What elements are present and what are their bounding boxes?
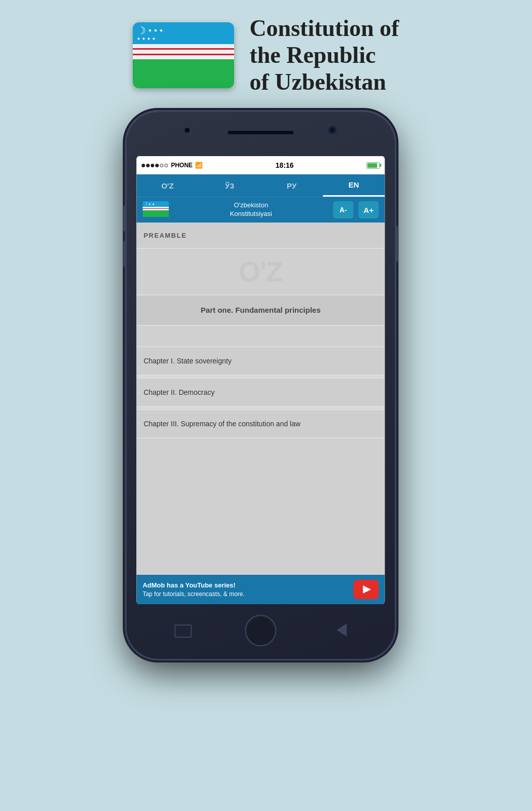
carrier-label: PHONE bbox=[171, 162, 193, 169]
font-increase-button[interactable]: A+ bbox=[358, 201, 378, 218]
signal-dot-4 bbox=[155, 164, 159, 167]
wifi-icon: 📶 bbox=[195, 162, 203, 169]
chapter-1-item[interactable]: Chapter I. State sovereignty bbox=[136, 347, 385, 375]
signal-dot-6 bbox=[164, 164, 168, 167]
spacer-1: O'Z bbox=[136, 249, 385, 294]
phone-speaker bbox=[227, 131, 293, 134]
chapter-1-label: Chapter I. State sovereignty bbox=[143, 357, 232, 365]
nav-recent-button[interactable] bbox=[174, 624, 192, 638]
spacer-4 bbox=[136, 407, 385, 409]
power-button[interactable] bbox=[395, 226, 398, 262]
ad-line1: AdMob has a YouTube series! bbox=[142, 581, 348, 590]
battery-icon bbox=[366, 162, 379, 169]
chapter-3-label: Chapter III. Supremacy of the constituti… bbox=[143, 420, 300, 428]
tab-oz[interactable]: O'Z bbox=[136, 174, 199, 197]
chapter-2-label: Chapter II. Democracy bbox=[143, 388, 214, 396]
font-decrease-button[interactable]: A- bbox=[333, 201, 353, 218]
signal-dot-1 bbox=[141, 164, 145, 167]
battery-cap bbox=[379, 164, 381, 167]
sub-header-title: O'zbekistonKonstitutsiyasi bbox=[174, 201, 328, 218]
nav-back-button[interactable] bbox=[336, 623, 347, 637]
signal-dot-2 bbox=[146, 164, 149, 167]
signal-dot-3 bbox=[150, 164, 154, 167]
watermark-1: O'Z bbox=[239, 255, 282, 288]
volume-down-button[interactable] bbox=[123, 241, 126, 267]
battery-area bbox=[366, 162, 379, 169]
play-icon bbox=[363, 585, 371, 594]
battery-fill bbox=[367, 163, 377, 168]
language-tabs: O'Z Ў3 РУ EN bbox=[136, 174, 385, 197]
tab-ru[interactable]: РУ bbox=[260, 174, 323, 197]
phone-camera bbox=[328, 126, 336, 134]
phone-sensor bbox=[184, 128, 189, 133]
header-flag: ☽ ★ ★ bbox=[142, 201, 169, 218]
app-sub-header: ☽ ★ ★ O'zbekistonKonstitutsiyasi A- A+ bbox=[136, 197, 385, 223]
uzbekistan-flag: ☽ ★ ★ ★ ★ ★ ★ ★ bbox=[133, 22, 234, 88]
part-one-item[interactable]: Part one. Fundamental principles bbox=[136, 296, 385, 325]
volume-up-button[interactable] bbox=[123, 205, 126, 232]
content-list: PREAMBLE O'Z Part one. Fundamental princ… bbox=[136, 223, 385, 575]
phone-device: PHONE 📶 18:16 O'Z Ў3 РУ bbox=[126, 112, 395, 659]
signal-area: PHONE 📶 bbox=[141, 162, 203, 169]
status-bar: PHONE 📶 18:16 bbox=[136, 156, 385, 174]
home-button[interactable] bbox=[245, 615, 276, 646]
ad-text: AdMob has a YouTube series! Tap for tuto… bbox=[142, 581, 348, 599]
chapter-3-item[interactable]: Chapter III. Supremacy of the constituti… bbox=[136, 410, 385, 437]
youtube-button[interactable] bbox=[353, 580, 378, 599]
part-one-label: Part one. Fundamental principles bbox=[201, 306, 321, 314]
phone-screen: PHONE 📶 18:16 O'Z Ў3 РУ bbox=[136, 156, 385, 604]
tab-uz[interactable]: Ў3 bbox=[199, 174, 261, 197]
list-bottom-space bbox=[136, 438, 385, 575]
preamble-label: PREAMBLE bbox=[143, 232, 186, 239]
clock: 18:16 bbox=[276, 161, 294, 169]
signal-dot-5 bbox=[160, 164, 163, 167]
ad-banner[interactable]: AdMob has a YouTube series! Tap for tuto… bbox=[136, 575, 385, 604]
phone-body: PHONE 📶 18:16 O'Z Ў3 РУ bbox=[126, 112, 395, 659]
chapter-2-item[interactable]: Chapter II. Democracy bbox=[136, 379, 385, 406]
app-header-section: ☽ ★ ★ ★ ★ ★ ★ ★ bbox=[0, 15, 532, 96]
ad-line2: Tap for tutorials, screencasts, & more. bbox=[142, 590, 348, 599]
preamble-item[interactable]: PREAMBLE bbox=[136, 223, 385, 248]
app-title: Constitution of the Republic of Uzbekist… bbox=[249, 15, 399, 96]
spacer-2 bbox=[136, 326, 385, 346]
tab-en[interactable]: EN bbox=[323, 174, 385, 197]
spacer-3 bbox=[136, 376, 385, 378]
